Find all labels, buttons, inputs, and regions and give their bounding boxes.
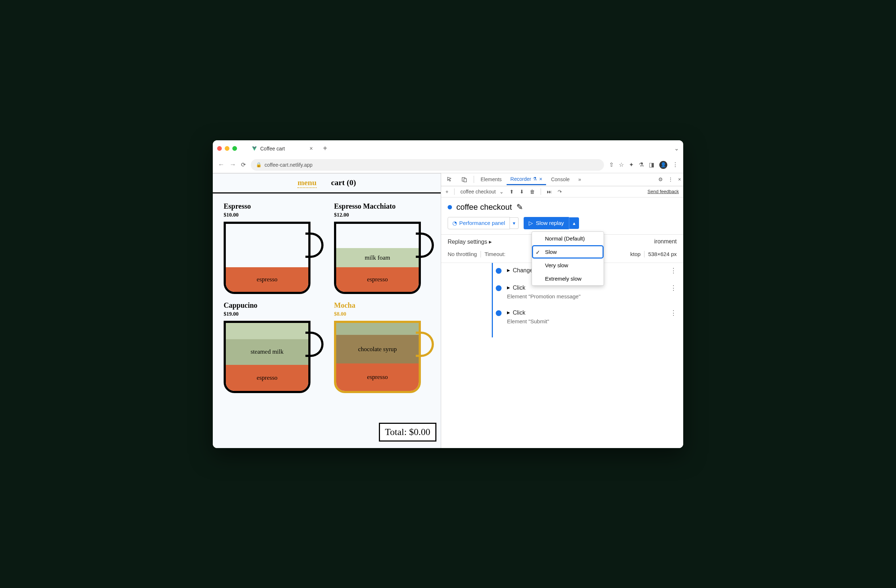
page-nav: menu cart (0) bbox=[213, 173, 441, 193]
expand-icon[interactable]: ▶ bbox=[507, 268, 510, 273]
step-menu-icon[interactable]: ⋮ bbox=[670, 266, 677, 275]
tab-elements[interactable]: Elements bbox=[477, 174, 505, 184]
toolbar-icons: ⇧ ☆ ✦ ⚗ ◨ 👤 ⋮ bbox=[609, 161, 678, 169]
kebab-menu-icon[interactable]: ⋮ bbox=[672, 161, 678, 168]
replay-button[interactable]: ▷ Slow replay bbox=[524, 217, 569, 229]
new-recording-icon[interactable]: + bbox=[445, 189, 448, 194]
step-subtitle: Element "Promotion message" bbox=[507, 293, 677, 299]
back-button[interactable]: ← bbox=[218, 161, 224, 169]
step-dot bbox=[496, 268, 501, 274]
close-window-button[interactable] bbox=[217, 146, 222, 151]
settings-gear-icon[interactable]: ⚙ bbox=[658, 176, 663, 182]
bookmark-icon[interactable]: ☆ bbox=[619, 161, 624, 168]
product-price: $12.00 bbox=[334, 212, 430, 218]
recorder-step[interactable]: ▶ Click ⋮ Element "Submit" bbox=[448, 309, 677, 324]
performance-dropdown-button[interactable]: ▾ bbox=[510, 217, 518, 229]
nav-menu-link[interactable]: menu bbox=[297, 178, 317, 188]
browser-toolbar: ← → ⟳ 🔒 coffee-cart.netlify.app ⇧ ☆ ✦ ⚗ … bbox=[213, 157, 683, 173]
devtools-panel: Elements Recorder ⚗ × Console » ⚙ ⋮ × + bbox=[441, 173, 683, 448]
new-tab-button[interactable]: + bbox=[323, 144, 328, 153]
recorder-step[interactable]: ▶ Click ⋮ Element "Promotion message" bbox=[448, 284, 677, 299]
close-tab-icon[interactable]: × bbox=[539, 176, 542, 182]
total-label: Total: $0.00 bbox=[379, 423, 436, 442]
throttling-value: No throttling bbox=[448, 251, 477, 257]
reload-button[interactable]: ⟳ bbox=[241, 161, 246, 168]
send-feedback-link[interactable]: Send feedback bbox=[648, 189, 679, 194]
product-card[interactable]: Espresso $10.00 espresso bbox=[224, 202, 320, 294]
cup-layer: milk foam bbox=[226, 321, 308, 339]
step-title: Click bbox=[513, 310, 526, 316]
product-price: $10.00 bbox=[224, 212, 320, 218]
panel-icon[interactable]: ◨ bbox=[649, 161, 654, 168]
play-icon: ▷ bbox=[529, 220, 533, 226]
more-tabs-icon[interactable]: » bbox=[574, 174, 585, 184]
step-menu-icon[interactable]: ⋮ bbox=[670, 284, 677, 292]
recording-dropdown-icon[interactable]: ⌄ bbox=[499, 189, 504, 194]
speed-option[interactable]: Very slow bbox=[532, 258, 603, 272]
performance-panel-button[interactable]: ◔ Performance panel bbox=[448, 217, 510, 229]
cup-layer: espresso bbox=[336, 363, 419, 390]
extensions-icon[interactable]: ✦ bbox=[629, 161, 634, 168]
cup-layer: steamed milk bbox=[226, 339, 308, 365]
timeout-label: Timeout: bbox=[485, 251, 506, 257]
product-name: Espresso Macchiato bbox=[334, 202, 430, 210]
replay-settings-label[interactable]: Replay settings ▸ bbox=[448, 238, 492, 245]
delete-icon[interactable]: 🗑 bbox=[530, 189, 535, 194]
action-buttons: ◔ Performance panel ▾ ▷ Slow replay ▴ No… bbox=[441, 217, 683, 234]
tabs-dropdown-icon[interactable]: ⌄ bbox=[674, 145, 679, 152]
step-over-icon[interactable]: ↷ bbox=[558, 189, 562, 194]
dimensions-value: 538×624 px bbox=[648, 251, 677, 257]
inspect-icon[interactable] bbox=[443, 174, 456, 184]
tab-recorder[interactable]: Recorder ⚗ × bbox=[507, 173, 546, 185]
tab-title: Coffee cart bbox=[260, 146, 285, 152]
nav-cart-link[interactable]: cart (0) bbox=[331, 178, 356, 188]
minimize-window-button[interactable] bbox=[225, 146, 229, 151]
devtools-close-icon[interactable]: × bbox=[678, 176, 681, 182]
lock-icon: 🔒 bbox=[256, 162, 262, 167]
step-dot bbox=[496, 310, 501, 316]
recording-title-row: coffee checkout ✎ bbox=[441, 198, 683, 217]
tab-console[interactable]: Console bbox=[547, 174, 573, 184]
step-title: Click bbox=[513, 285, 526, 291]
tab-close-icon[interactable]: × bbox=[309, 145, 313, 152]
product-card[interactable]: Espresso Macchiato $12.00 milk foamespre… bbox=[334, 202, 430, 294]
environment-label: ironment bbox=[654, 238, 677, 245]
devtools-tabs: Elements Recorder ⚗ × Console » ⚙ ⋮ × bbox=[441, 173, 683, 186]
product-card[interactable]: Mocha $8.00 whipped creamsteamed milkcho… bbox=[334, 301, 430, 393]
product-price: $8.00 bbox=[334, 311, 430, 317]
device-toggle-icon[interactable] bbox=[458, 174, 471, 184]
devtools-menu-icon[interactable]: ⋮ bbox=[668, 176, 673, 182]
product-card[interactable]: Cappucino $19.00 milk foamsteamed milkes… bbox=[224, 301, 320, 393]
speed-option[interactable]: ✓Slow bbox=[532, 245, 603, 258]
window-controls bbox=[217, 146, 237, 151]
step-forward-icon[interactable]: ⏭ bbox=[547, 189, 552, 194]
forward-button[interactable]: → bbox=[229, 161, 236, 169]
speed-option[interactable]: Extremely slow bbox=[532, 272, 603, 285]
expand-icon[interactable]: ▶ bbox=[507, 285, 510, 290]
browser-tab[interactable]: Coffee cart × bbox=[247, 143, 317, 154]
product-name: Mocha bbox=[334, 301, 430, 310]
maximize-window-button[interactable] bbox=[232, 146, 237, 151]
flask-icon[interactable]: ⚗ bbox=[639, 161, 644, 168]
replay-dropdown-button[interactable]: ▴ bbox=[569, 217, 579, 229]
browser-window: Coffee cart × + ⌄ ← → ⟳ 🔒 coffee-cart.ne… bbox=[213, 140, 683, 448]
cup-layer: espresso bbox=[226, 267, 308, 292]
edit-icon[interactable]: ✎ bbox=[517, 202, 523, 212]
speed-option[interactable]: Normal (Default) bbox=[532, 232, 603, 245]
address-bar[interactable]: 🔒 coffee-cart.netlify.app bbox=[251, 159, 604, 171]
flask-icon: ⚗ bbox=[533, 176, 537, 182]
recording-status-dot bbox=[448, 205, 452, 210]
cup-layer: espresso bbox=[336, 267, 419, 292]
expand-icon[interactable]: ▶ bbox=[507, 310, 510, 315]
import-icon[interactable]: ⬇ bbox=[520, 189, 524, 194]
step-menu-icon[interactable]: ⋮ bbox=[670, 309, 677, 317]
share-icon[interactable]: ⇧ bbox=[609, 161, 614, 168]
cup-layer: steamed milk bbox=[336, 321, 419, 335]
profile-avatar[interactable]: 👤 bbox=[659, 161, 667, 169]
desktop-value: ktop bbox=[630, 251, 640, 257]
divider bbox=[644, 251, 645, 257]
gauge-icon: ◔ bbox=[453, 220, 457, 226]
cup-layer: chocolate syrup bbox=[336, 335, 419, 363]
export-icon[interactable]: ⬆ bbox=[509, 189, 514, 194]
titlebar: Coffee cart × + ⌄ bbox=[213, 140, 683, 157]
